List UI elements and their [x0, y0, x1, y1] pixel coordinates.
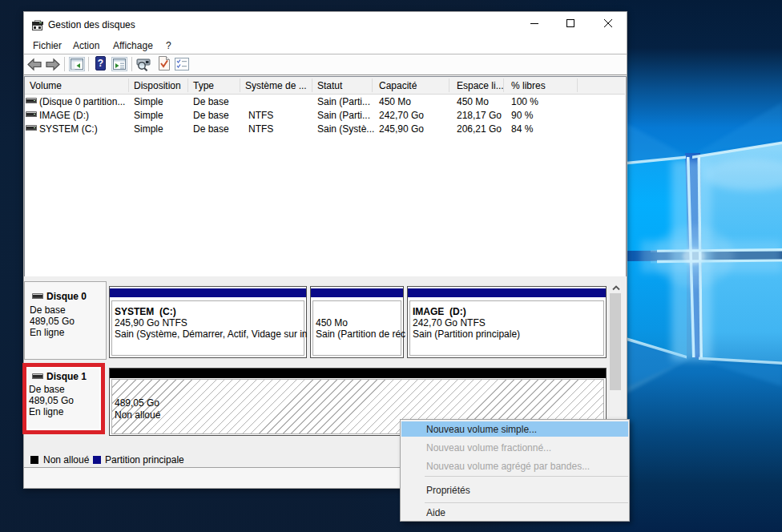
svg-text:?: ?: [98, 58, 103, 69]
